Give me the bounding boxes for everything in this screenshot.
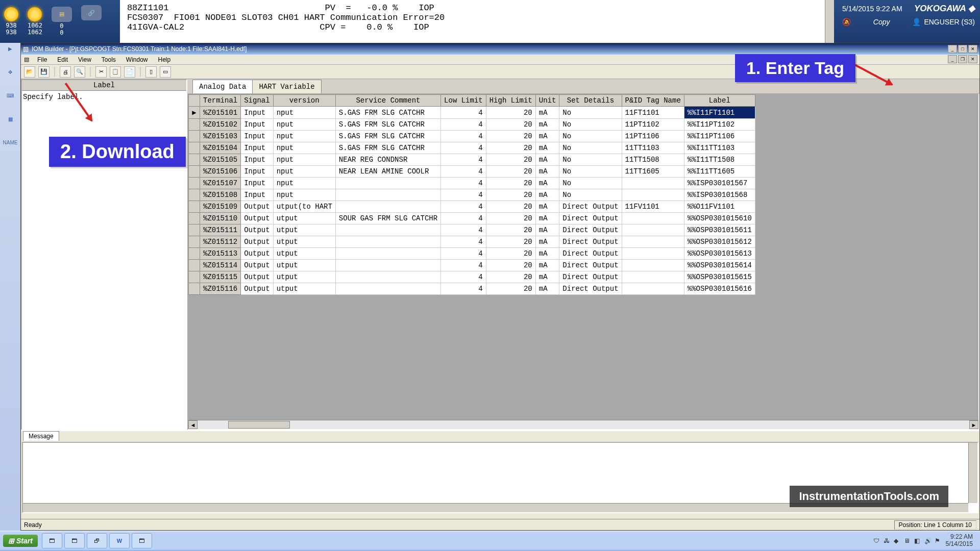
grid-cell[interactable]: Output [241, 260, 273, 271]
grid-cell[interactable] [622, 178, 684, 189]
grid-cell[interactable] [622, 189, 684, 201]
tab-hart-variable[interactable]: HART Variable [252, 80, 321, 93]
grid-cell[interactable]: 20 [486, 260, 535, 271]
grid-cell[interactable]: 20 [486, 119, 535, 131]
column-header[interactable]: P&ID Tag Name [622, 95, 684, 107]
tray-icon-5[interactable]: ◧ [914, 537, 921, 544]
grid-cell[interactable]: utput [273, 224, 335, 236]
grid-cell[interactable]: Output [241, 213, 273, 224]
system-tray[interactable]: 🛡 🖧 ◆ 🖥 ◧ 🔊 ⚑ 9:22 AM 5/14/2015 [873, 534, 977, 548]
menu-edit[interactable]: Edit [53, 55, 72, 64]
grid-cell[interactable]: 4 [441, 283, 486, 295]
grid-cell[interactable]: %Z015101 [200, 107, 241, 119]
grid-cell[interactable]: %Z015105 [200, 154, 241, 166]
grid-cell[interactable]: Output [241, 283, 273, 295]
banner-alarm-group-2[interactable]: 10621062 [28, 7, 42, 36]
link-icon[interactable]: 🔗 [81, 5, 102, 20]
grid-cell[interactable]: Direct Output [559, 283, 622, 295]
grid-cell[interactable]: No [559, 154, 622, 166]
grid-cell[interactable]: 20 [486, 248, 535, 260]
grid-cell[interactable]: %%O11FV1101 [684, 201, 755, 213]
grid-cell[interactable]: Output [241, 201, 273, 213]
grid-cell[interactable]: Input [241, 119, 273, 131]
view1-button[interactable]: ▯ [145, 66, 157, 78]
table-row[interactable]: %Z015115Outpututput420mADirect Output%%O… [189, 271, 755, 283]
grid-cell[interactable]: No [559, 189, 622, 201]
table-row[interactable]: %Z015114Outpututput420mADirect Output%%O… [189, 260, 755, 271]
io-grid[interactable]: TerminalSignalversionService CommentLow … [188, 94, 755, 295]
grid-cell[interactable] [189, 248, 200, 260]
menu-help[interactable]: Help [154, 55, 175, 64]
grid-cell[interactable]: %%I11TT1605 [684, 166, 755, 178]
grid-cell[interactable]: No [559, 119, 622, 131]
grid-cell[interactable]: mA [535, 189, 559, 201]
table-row[interactable]: %Z015116Outpututput420mADirect Output%%O… [189, 283, 755, 295]
grid-cell[interactable]: Output [241, 236, 273, 248]
banner-alarm-group-3[interactable]: ▤ 00 [52, 7, 72, 36]
table-row[interactable]: %Z015103InputnputS.GAS FRM SLG CATCHR420… [189, 131, 755, 142]
window-titlebar[interactable]: ▧ IOM Builder - [Pjt:GSPCOGT Stn:FCS0301… [21, 43, 979, 55]
grid-cell[interactable]: 4 [441, 119, 486, 131]
user-badge[interactable]: 👤 ENGUSER (S3) [912, 18, 975, 26]
grid-cell[interactable]: %%OSP0301015611 [684, 224, 755, 236]
grid-cell[interactable]: Direct Output [559, 248, 622, 260]
grid-cell[interactable] [189, 189, 200, 201]
tray-shield-icon[interactable]: 🛡 [873, 537, 880, 544]
preview-button[interactable]: 🔍 [74, 66, 85, 78]
grid-cell[interactable] [622, 248, 684, 260]
grid-cell[interactable]: 20 [486, 271, 535, 283]
menu-file[interactable]: File [33, 55, 51, 64]
table-row[interactable]: %Z015104InputnputS.GAS FRM SLG CATCHR420… [189, 142, 755, 154]
grid-cell[interactable]: Input [241, 166, 273, 178]
grid-cell[interactable]: 20 [486, 142, 535, 154]
grid-cell[interactable] [335, 201, 440, 213]
grid-cell[interactable]: %Z015113 [200, 248, 241, 260]
grid-cell[interactable]: %Z015103 [200, 131, 241, 142]
table-row[interactable]: %Z015102InputnputS.GAS FRM SLG CATCHR420… [189, 119, 755, 131]
grid-cell[interactable] [335, 271, 440, 283]
grid-cell[interactable]: No [559, 131, 622, 142]
grid-cell[interactable]: mA [535, 142, 559, 154]
grid-cell[interactable]: mA [535, 131, 559, 142]
grid-cell[interactable]: 4 [441, 142, 486, 154]
grid-cell[interactable]: 20 [486, 154, 535, 166]
grid-cell[interactable] [189, 201, 200, 213]
grid-cell[interactable]: mA [535, 248, 559, 260]
grid-cell[interactable]: Input [241, 154, 273, 166]
grid-cell[interactable] [622, 283, 684, 295]
grid-cell[interactable]: %%OSP0301015610 [684, 213, 755, 224]
grid-cell[interactable] [622, 236, 684, 248]
grid-cell[interactable]: %Z015108 [200, 189, 241, 201]
grid-cell[interactable]: %%OSP0301015616 [684, 283, 755, 295]
grid-cell[interactable]: %%OSP0301015615 [684, 271, 755, 283]
grid-cell[interactable]: S.GAS FRM SLG CATCHR [335, 131, 440, 142]
grid-cell[interactable]: Output [241, 248, 273, 260]
grid-cell[interactable] [335, 283, 440, 295]
grid-cell[interactable]: mA [535, 178, 559, 189]
grid-cell[interactable]: No [559, 178, 622, 189]
grid-cell[interactable]: 4 [441, 248, 486, 260]
table-row[interactable]: %Z015107Inputnput420mANo%%ISP030101567 [189, 178, 755, 189]
grid-cell[interactable]: 20 [486, 224, 535, 236]
grid-cell[interactable] [622, 224, 684, 236]
grid-cell[interactable]: 4 [441, 260, 486, 271]
table-row[interactable]: %Z015106InputnputNEAR LEAN AMINE COOLR42… [189, 166, 755, 178]
grid-cell[interactable]: mA [535, 224, 559, 236]
grid-cell[interactable]: mA [535, 154, 559, 166]
grid-cell[interactable]: 11PT1106 [622, 131, 684, 142]
grid-cell[interactable]: 20 [486, 236, 535, 248]
grid-cell[interactable]: %Z015104 [200, 142, 241, 154]
side-icon-grid[interactable]: ▦ [5, 116, 16, 128]
scroll-left-icon[interactable]: ◄ [188, 420, 198, 429]
grid-cell[interactable]: 4 [441, 201, 486, 213]
scroll-right-icon[interactable]: ► [969, 420, 978, 429]
grid-cell[interactable]: %%I11TT1103 [684, 142, 755, 154]
view2-button[interactable]: ▭ [160, 66, 171, 78]
grid-cell[interactable]: mA [535, 271, 559, 283]
child-minimize-button[interactable]: _ [948, 55, 957, 63]
grid-cell[interactable]: S.GAS FRM SLG CATCHR [335, 142, 440, 154]
table-row[interactable]: %Z015109Outpututput(to HART420mADirect O… [189, 201, 755, 213]
paste-button[interactable]: 📄 [124, 66, 135, 78]
grid-cell[interactable]: Input [241, 189, 273, 201]
grid-cell[interactable] [189, 224, 200, 236]
